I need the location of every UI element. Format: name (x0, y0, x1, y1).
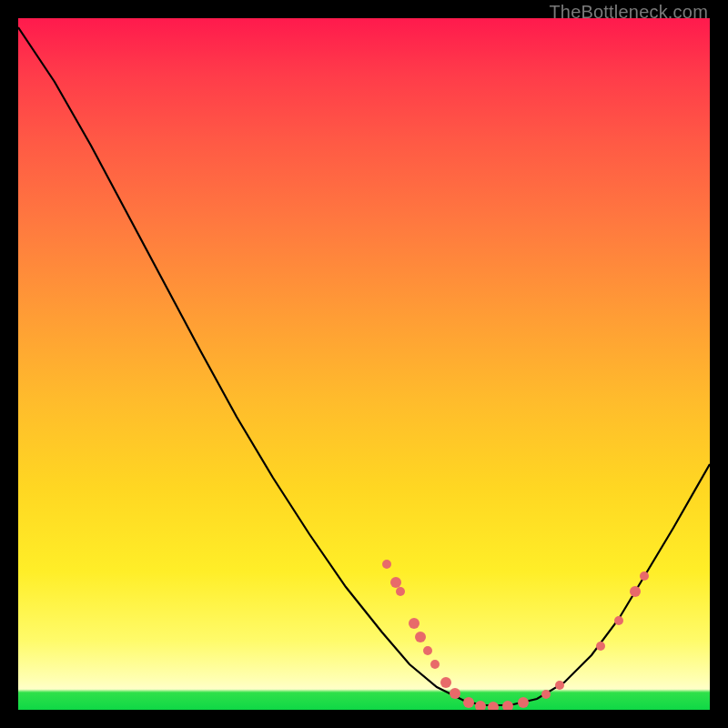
curve-svg (18, 18, 710, 710)
curve-marker (614, 616, 623, 625)
curve-marker (415, 632, 426, 642)
curve-marker (475, 701, 486, 710)
curve-marker (488, 702, 499, 710)
plot-area (18, 18, 710, 710)
curve-marker (630, 586, 641, 597)
curve-marker (450, 688, 460, 699)
marker-group (382, 560, 649, 710)
curve-marker (640, 571, 649, 581)
curve-marker (382, 560, 391, 569)
curve-marker (423, 646, 432, 655)
curve-marker (596, 642, 605, 651)
bottleneck-curve-path (18, 27, 710, 705)
chart-stage: TheBottleneck.com (0, 0, 728, 728)
curve-marker (463, 697, 474, 708)
curve-marker (502, 701, 513, 710)
curve-marker (541, 690, 551, 699)
curve-marker (440, 677, 451, 688)
curve-marker (430, 660, 440, 669)
curve-marker (518, 697, 529, 708)
curve-marker (555, 681, 564, 690)
curve-marker (409, 618, 420, 629)
curve-marker (396, 587, 405, 596)
curve-marker (390, 577, 401, 588)
